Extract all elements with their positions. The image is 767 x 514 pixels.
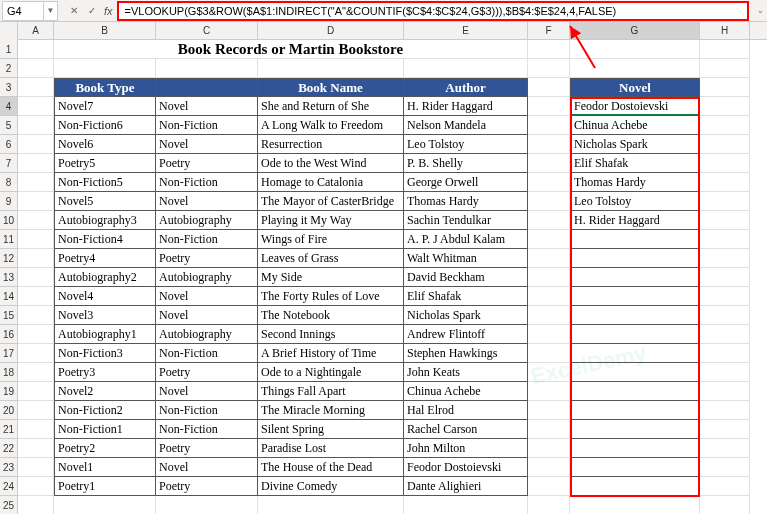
cell[interactable]: Non-Fiction <box>156 344 258 363</box>
cell[interactable] <box>700 173 750 192</box>
cell[interactable]: Nicholas Spark <box>404 306 528 325</box>
cell[interactable]: Poetry <box>156 154 258 173</box>
title-cell[interactable]: Book Records or Martin Bookstore <box>54 40 528 59</box>
cell[interactable]: John Milton <box>404 439 528 458</box>
cell[interactable] <box>18 97 54 116</box>
cell[interactable] <box>700 306 750 325</box>
cell[interactable]: My Side <box>258 268 404 287</box>
cell[interactable]: Autobiography <box>156 268 258 287</box>
cell[interactable] <box>18 401 54 420</box>
cell[interactable] <box>18 287 54 306</box>
cell[interactable] <box>700 496 750 514</box>
cell[interactable]: Poetry5 <box>54 154 156 173</box>
header-cell[interactable]: Book Type <box>54 78 156 97</box>
cell[interactable] <box>700 230 750 249</box>
cell[interactable] <box>570 458 700 477</box>
cell[interactable] <box>700 59 750 78</box>
cell[interactable]: Novel <box>156 192 258 211</box>
cell[interactable]: Leo Tolstoy <box>570 192 700 211</box>
col-header-G[interactable]: G <box>570 22 700 39</box>
fx-label[interactable]: fx <box>104 5 113 17</box>
enter-formula-icon[interactable]: ✓ <box>84 3 100 19</box>
cell[interactable] <box>700 116 750 135</box>
cell[interactable]: Non-Fiction6 <box>54 116 156 135</box>
cell[interactable]: Non-Fiction <box>156 230 258 249</box>
col-header-C[interactable]: C <box>156 22 258 39</box>
cell[interactable]: Autobiography3 <box>54 211 156 230</box>
row-header[interactable]: 23 <box>0 458 18 477</box>
row-header[interactable]: 19 <box>0 382 18 401</box>
cell[interactable]: Novel <box>156 382 258 401</box>
cell[interactable] <box>18 439 54 458</box>
cell[interactable]: Divine Comedy <box>258 477 404 496</box>
cell[interactable]: George Orwell <box>404 173 528 192</box>
cell[interactable] <box>528 230 570 249</box>
cell[interactable] <box>18 268 54 287</box>
cell[interactable] <box>528 439 570 458</box>
cell[interactable]: H. Rider Haggard <box>404 97 528 116</box>
cell[interactable] <box>18 135 54 154</box>
cell[interactable] <box>528 59 570 78</box>
cell[interactable] <box>528 268 570 287</box>
name-box-dropdown[interactable]: ▼ <box>44 1 58 21</box>
cell[interactable] <box>700 78 750 97</box>
cell[interactable] <box>570 420 700 439</box>
cell[interactable]: Autobiography1 <box>54 325 156 344</box>
cell[interactable]: Novel7 <box>54 97 156 116</box>
cell[interactable]: Feodor Dostoievski <box>404 458 528 477</box>
col-header-B[interactable]: B <box>54 22 156 39</box>
cell[interactable] <box>528 306 570 325</box>
cell[interactable]: Thomas Hardy <box>404 192 528 211</box>
cell[interactable] <box>700 40 750 59</box>
cell[interactable] <box>570 344 700 363</box>
cell[interactable] <box>528 78 570 97</box>
cell[interactable] <box>18 458 54 477</box>
cell[interactable]: Andrew Flintoff <box>404 325 528 344</box>
cell[interactable] <box>528 135 570 154</box>
cell[interactable] <box>700 382 750 401</box>
col-header-A[interactable]: A <box>18 22 54 39</box>
cell[interactable]: Leaves of Grass <box>258 249 404 268</box>
cell[interactable] <box>528 249 570 268</box>
cell[interactable] <box>570 40 700 59</box>
cell[interactable] <box>700 420 750 439</box>
cell[interactable] <box>700 135 750 154</box>
row-header[interactable]: 21 <box>0 420 18 439</box>
cell[interactable]: Novel <box>156 458 258 477</box>
cell[interactable]: Things Fall Apart <box>258 382 404 401</box>
cell[interactable]: Novel3 <box>54 306 156 325</box>
cell[interactable] <box>18 249 54 268</box>
cell[interactable] <box>18 192 54 211</box>
cell[interactable] <box>570 382 700 401</box>
col-header-H[interactable]: H <box>700 22 750 39</box>
cell[interactable] <box>570 439 700 458</box>
cell[interactable] <box>528 97 570 116</box>
cell[interactable]: The Forty Rules of Love <box>258 287 404 306</box>
row-header[interactable]: 8 <box>0 173 18 192</box>
cell[interactable]: Playing it My Way <box>258 211 404 230</box>
cell[interactable]: Poetry <box>156 363 258 382</box>
cell[interactable]: Chinua Achebe <box>404 382 528 401</box>
cell[interactable] <box>700 192 750 211</box>
cell[interactable] <box>570 477 700 496</box>
cell[interactable]: Non-Fiction3 <box>54 344 156 363</box>
cell[interactable] <box>54 59 156 78</box>
cell[interactable]: Rachel Carson <box>404 420 528 439</box>
row-header[interactable]: 5 <box>0 116 18 135</box>
cell[interactable]: Non-Fiction2 <box>54 401 156 420</box>
cell[interactable]: Non-Fiction4 <box>54 230 156 249</box>
cell[interactable] <box>404 59 528 78</box>
row-header[interactable]: 9 <box>0 192 18 211</box>
cell[interactable] <box>570 249 700 268</box>
cell[interactable] <box>570 306 700 325</box>
cell[interactable]: Paradise Lost <box>258 439 404 458</box>
cell[interactable] <box>570 363 700 382</box>
select-all-triangle[interactable] <box>0 22 18 40</box>
cell[interactable]: Nelson Mandela <box>404 116 528 135</box>
cell[interactable]: Sachin Tendulkar <box>404 211 528 230</box>
cell[interactable]: She and Return of She <box>258 97 404 116</box>
row-header[interactable]: 13 <box>0 268 18 287</box>
cell[interactable]: Poetry1 <box>54 477 156 496</box>
cell[interactable] <box>528 477 570 496</box>
cell[interactable] <box>528 420 570 439</box>
